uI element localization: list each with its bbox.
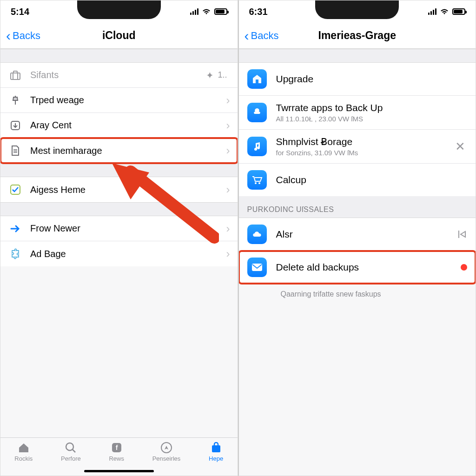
- row-label: Aray Cent: [30, 120, 226, 131]
- home-icon: [17, 442, 30, 454]
- back-label: Backs: [251, 30, 279, 42]
- section-gap: [0, 163, 238, 177]
- svg-rect-16: [256, 79, 258, 83]
- tab-rews[interactable]: f Rews: [109, 442, 124, 462]
- status-time: 6:31: [249, 7, 268, 17]
- row-label: Ad Bage: [30, 249, 226, 259]
- search-icon: [64, 442, 77, 454]
- bag-icon: [210, 442, 223, 454]
- svg-text:f: f: [115, 444, 118, 451]
- document-icon: [9, 144, 22, 157]
- row-apps-backup[interactable]: Twrrate apps to Back Up All 11.0.10Ł , 2…: [239, 96, 476, 130]
- chevron-right-icon: ›: [226, 94, 230, 107]
- battery-icon: [214, 8, 227, 15]
- svg-point-10: [66, 443, 73, 450]
- row-sublabel: All 11.0.10Ł , 23.00 VW ſMS: [276, 115, 468, 123]
- right-screen: 6:31 ‹ Backs Imerieas-Grage Upgrade: [238, 0, 476, 476]
- row-label: Upgrade: [276, 73, 468, 85]
- svg-rect-1: [13, 71, 17, 73]
- status-indicators: [428, 8, 465, 15]
- status-indicators: [190, 8, 227, 15]
- square-f-icon: f: [110, 442, 123, 454]
- svg-rect-19: [252, 264, 262, 271]
- row-calcup[interactable]: Calcup: [239, 164, 476, 196]
- status-bar: 5:14: [0, 0, 238, 23]
- row-label: Sifants: [30, 70, 206, 80]
- upgrade-icon: [247, 69, 267, 89]
- tab-label: Rews: [109, 455, 124, 462]
- status-dot-icon: [461, 264, 467, 271]
- row-mest-inemharage[interactable]: Mest inemharage ›: [0, 138, 238, 163]
- nav-bar: ‹ Backs Imerieas-Grage: [239, 23, 476, 49]
- section-gap: [0, 202, 238, 216]
- list-group-2: Frow Newer › Ad Bage ›: [0, 216, 238, 266]
- cart-icon: [247, 170, 267, 190]
- chevron-right-icon: ›: [226, 183, 230, 196]
- row-label: Mest inemharage: [30, 145, 226, 156]
- row-alsr[interactable]: Alsr: [239, 218, 476, 251]
- nav-bar: ‹ Backs iCloud: [0, 23, 238, 49]
- row-music-storage[interactable]: Shmplvist Ƀorage for Sonzins, 31.09 VW ſ…: [239, 130, 476, 164]
- compass-icon: [160, 442, 173, 454]
- plus-icon: ✦: [206, 70, 214, 81]
- download-box-icon: [9, 119, 22, 132]
- row-frow-newer[interactable]: Frow Newer ›: [0, 216, 238, 241]
- section-header: PURKODINC UſSSALES: [239, 196, 476, 218]
- row-delete-backups[interactable]: Delete ald backups: [239, 251, 476, 284]
- section-gap: [239, 49, 476, 63]
- notch: [77, 0, 161, 19]
- row-ad-bage[interactable]: Ad Bage ›: [0, 241, 238, 266]
- arrow-icon: [9, 222, 22, 235]
- tab-label: Penseirles: [152, 455, 181, 462]
- pin-icon: [9, 94, 22, 107]
- back-button[interactable]: ‹ Backs: [6, 29, 40, 43]
- notch: [315, 0, 399, 19]
- tab-rockis[interactable]: Rockis: [14, 442, 33, 462]
- list-group-bottom: Alsr Delete ald backups: [239, 218, 476, 284]
- tab-perfore[interactable]: Perfore: [61, 442, 81, 462]
- status-bar: 6:31: [239, 0, 476, 23]
- tab-label: Hepe: [209, 455, 223, 462]
- tab-label: Rockis: [14, 455, 33, 462]
- signal-icon: [428, 8, 436, 15]
- chevron-right-icon: ›: [226, 119, 230, 132]
- app-icon: [247, 103, 267, 122]
- row-sifants[interactable]: Sifants ✦ 1..: [0, 63, 238, 88]
- row-label: Shmplvist Ƀorage: [276, 136, 454, 147]
- chevron-left-icon: ‹: [245, 29, 249, 43]
- close-icon[interactable]: ✕: [453, 139, 467, 154]
- row-upgrade[interactable]: Upgrade: [239, 63, 476, 96]
- left-screen: 5:14 ‹ Backs iCloud Sifants ✦ 1..: [0, 0, 238, 476]
- puzzle-icon: [9, 247, 22, 260]
- row-aray-cent[interactable]: Aray Cent ›: [0, 113, 238, 138]
- list-group-top: Upgrade Twrrate apps to Back Up All 11.0…: [239, 63, 476, 196]
- row-label: Aigess Heme: [30, 185, 226, 195]
- row-label: Frow Newer: [30, 223, 226, 234]
- row-label: Twrrate apps to Back Up: [276, 102, 468, 113]
- row-label: Alsr: [276, 229, 457, 240]
- svg-point-18: [258, 182, 260, 184]
- tab-bar: Rockis Perfore f Rews Penseirles Hepe: [0, 437, 238, 476]
- music-icon: [247, 137, 267, 156]
- svg-rect-0: [11, 73, 20, 79]
- svg-point-17: [255, 182, 257, 184]
- tab-penseirles[interactable]: Penseirles: [152, 442, 181, 462]
- back-label: Backs: [13, 30, 40, 42]
- row-trped-weage[interactable]: Trped weage ›: [0, 88, 238, 113]
- tab-hepe[interactable]: Hepe: [209, 442, 223, 462]
- svg-rect-15: [212, 445, 220, 452]
- list-group-1: Aigess Heme ›: [0, 177, 238, 202]
- row-label: Delete ald backups: [276, 262, 461, 273]
- wifi-icon: [440, 8, 449, 15]
- chevron-left-icon: ‹: [6, 29, 11, 43]
- row-label: Calcup: [276, 174, 468, 185]
- row-meta: 1..: [218, 70, 227, 80]
- cloud-icon: [247, 225, 267, 244]
- row-aigess-heme[interactable]: Aigess Heme ›: [0, 177, 238, 202]
- row-sublabel: for Sonzins, 31.09 VW ſMs: [276, 149, 454, 157]
- signal-icon: [190, 8, 198, 15]
- list-group-0: Sifants ✦ 1.. Trped weage › Aray Cent › …: [0, 63, 238, 163]
- battery-icon: [452, 8, 465, 15]
- back-button[interactable]: ‹ Backs: [245, 29, 279, 43]
- footnote: Qaarning trifatte snew faskups: [239, 284, 476, 298]
